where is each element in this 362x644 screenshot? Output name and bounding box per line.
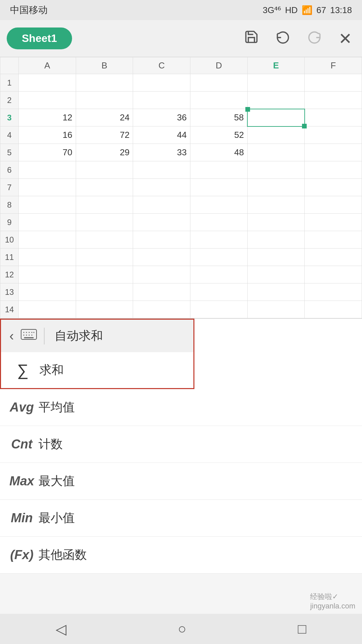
col-header-b[interactable]: B: [76, 57, 133, 74]
cell-b9[interactable]: [76, 214, 133, 231]
cell-c4[interactable]: 44: [133, 126, 190, 144]
cell-f6[interactable]: [305, 161, 362, 179]
cell-c9[interactable]: [133, 214, 190, 231]
col-header-a[interactable]: A: [19, 57, 76, 74]
row-header-9[interactable]: 9: [0, 214, 19, 231]
row-header-2[interactable]: 2: [0, 92, 19, 109]
col-header-c[interactable]: C: [133, 57, 190, 74]
cell-a11[interactable]: [19, 249, 76, 266]
sheet-tab-button[interactable]: Sheet1: [7, 28, 72, 49]
spreadsheet[interactable]: A B C D E F 1: [0, 57, 362, 319]
fx-menu-item[interactable]: (Fx) 其他函数: [0, 537, 362, 574]
cell-a4[interactable]: 16: [19, 126, 76, 144]
sum-menu-item[interactable]: ∑ 求和: [0, 352, 194, 389]
min-menu-item[interactable]: Min 最小值: [0, 500, 362, 537]
home-nav-icon[interactable]: ○: [178, 621, 186, 637]
cell-b5[interactable]: 29: [76, 144, 133, 161]
cell-e7[interactable]: [247, 179, 305, 196]
cell-d11[interactable]: [190, 249, 248, 266]
cell-b14[interactable]: [76, 301, 133, 318]
cell-d3[interactable]: 58: [190, 109, 248, 126]
cell-e6[interactable]: [247, 161, 305, 179]
cell-e8[interactable]: [247, 196, 305, 214]
row-header-7[interactable]: 7: [0, 179, 19, 196]
cell-e12[interactable]: [247, 266, 305, 283]
cell-e4[interactable]: [247, 126, 305, 144]
redo-icon[interactable]: [304, 26, 325, 51]
cell-c5[interactable]: 33: [133, 144, 190, 161]
cell-e10[interactable]: [247, 231, 305, 249]
save-icon[interactable]: [241, 26, 262, 51]
cell-c13[interactable]: [133, 283, 190, 301]
cnt-menu-item[interactable]: Cnt 计数: [0, 426, 362, 463]
cell-a14[interactable]: [19, 301, 76, 318]
cell-f9[interactable]: [305, 214, 362, 231]
col-header-d[interactable]: D: [190, 57, 248, 74]
cell-b13[interactable]: [76, 283, 133, 301]
recent-nav-icon[interactable]: □: [298, 621, 306, 637]
col-header-e[interactable]: E: [247, 57, 305, 74]
cell-d13[interactable]: [190, 283, 248, 301]
row-header-5[interactable]: 5: [0, 144, 19, 161]
cell-d2[interactable]: [190, 92, 248, 109]
cell-d4[interactable]: 52: [190, 126, 248, 144]
cell-e11[interactable]: [247, 249, 305, 266]
cell-d12[interactable]: [190, 266, 248, 283]
cell-c1[interactable]: [133, 74, 190, 92]
cell-f5[interactable]: [305, 144, 362, 161]
cell-e14[interactable]: [247, 301, 305, 318]
cell-a6[interactable]: [19, 161, 76, 179]
row-header-6[interactable]: 6: [0, 161, 19, 179]
cell-b3[interactable]: 24: [76, 109, 133, 126]
row-header-3[interactable]: 3: [0, 109, 19, 126]
row-header-12[interactable]: 12: [0, 266, 19, 283]
max-menu-item[interactable]: Max 最大值: [0, 463, 362, 500]
cell-b7[interactable]: [76, 179, 133, 196]
cell-e13[interactable]: [247, 283, 305, 301]
cell-c3[interactable]: 36: [133, 109, 190, 126]
cell-c2[interactable]: [133, 92, 190, 109]
row-header-4[interactable]: 4: [0, 126, 19, 144]
row-header-14[interactable]: 14: [0, 301, 19, 318]
cell-a7[interactable]: [19, 179, 76, 196]
cell-c10[interactable]: [133, 231, 190, 249]
cell-b10[interactable]: [76, 231, 133, 249]
cell-b2[interactable]: [76, 92, 133, 109]
cell-e9[interactable]: [247, 214, 305, 231]
cell-c8[interactable]: [133, 196, 190, 214]
cell-e3[interactable]: [247, 109, 305, 126]
cell-a10[interactable]: [19, 231, 76, 249]
cell-a2[interactable]: [19, 92, 76, 109]
cell-f8[interactable]: [305, 196, 362, 214]
cell-f2[interactable]: [305, 92, 362, 109]
cell-d7[interactable]: [190, 179, 248, 196]
keyboard-icon[interactable]: [20, 328, 37, 344]
cell-f14[interactable]: [305, 301, 362, 318]
cell-d10[interactable]: [190, 231, 248, 249]
cell-a12[interactable]: [19, 266, 76, 283]
close-icon[interactable]: ✕: [335, 26, 355, 51]
col-header-f[interactable]: F: [305, 57, 362, 74]
cell-c7[interactable]: [133, 179, 190, 196]
cell-d8[interactable]: [190, 196, 248, 214]
cell-f13[interactable]: [305, 283, 362, 301]
cell-a9[interactable]: [19, 214, 76, 231]
cell-d14[interactable]: [190, 301, 248, 318]
row-header-10[interactable]: 10: [0, 231, 19, 249]
cell-f1[interactable]: [305, 74, 362, 92]
cell-a13[interactable]: [19, 283, 76, 301]
cell-c6[interactable]: [133, 161, 190, 179]
cell-d9[interactable]: [190, 214, 248, 231]
row-header-1[interactable]: 1: [0, 74, 19, 92]
cell-b11[interactable]: [76, 249, 133, 266]
cell-c11[interactable]: [133, 249, 190, 266]
cell-e2[interactable]: [247, 92, 305, 109]
row-header-13[interactable]: 13: [0, 283, 19, 301]
cell-d1[interactable]: [190, 74, 248, 92]
cell-e5[interactable]: [247, 144, 305, 161]
undo-icon[interactable]: [272, 26, 294, 51]
cell-f10[interactable]: [305, 231, 362, 249]
cell-b4[interactable]: 72: [76, 126, 133, 144]
cell-d5[interactable]: 48: [190, 144, 248, 161]
cell-b8[interactable]: [76, 196, 133, 214]
